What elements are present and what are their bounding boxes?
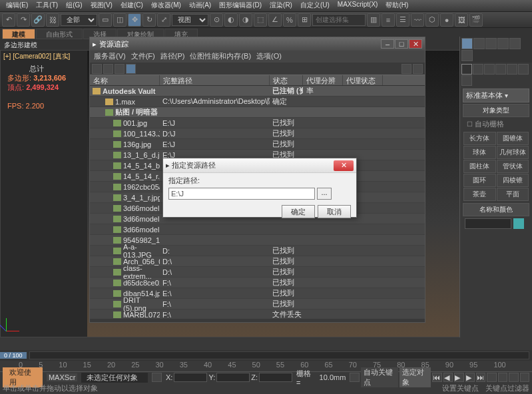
primitive-btn[interactable]: 平面 [497, 188, 529, 201]
toolbar-btn[interactable]: ◑ [239, 13, 252, 27]
toolbar-btn[interactable]: ⊙ [210, 13, 223, 27]
link-btn[interactable]: 🔗 [31, 13, 45, 27]
play-next-icon[interactable]: ▶ [465, 373, 475, 382]
tool-icon[interactable] [126, 64, 136, 74]
named-selection[interactable] [312, 14, 366, 26]
menu-item[interactable]: 视图(V) [87, 0, 116, 11]
helpers-tab[interactable] [507, 64, 517, 75]
menu-item[interactable]: 动画(A) [186, 0, 214, 11]
toolbar-btn[interactable]: ↷ [17, 13, 30, 27]
schematic-btn[interactable]: ⬡ [425, 13, 439, 27]
section-header[interactable]: 名称和颜色 [463, 203, 529, 216]
snap-btn[interactable]: ⬚ [254, 13, 267, 27]
ribbon-tab[interactable]: 自由形式 [36, 29, 83, 39]
table-row[interactable]: d65dc8ce01f...F:\已找到 [90, 278, 425, 288]
menu-item[interactable]: 修改器(M) [148, 0, 184, 11]
asset-menu-item[interactable]: 路径(P) [160, 51, 185, 62]
angle-snap-btn[interactable]: ∠ [268, 13, 282, 27]
ribbon-tab[interactable]: 建模 [2, 29, 35, 39]
table-row[interactable]: 001.jpgE:\J已找到 [90, 118, 425, 128]
primitive-btn[interactable]: 圆锥体 [497, 132, 529, 145]
utilities-tab[interactable] [461, 50, 473, 61]
primitive-btn[interactable]: 茶壶 [463, 188, 496, 201]
selected-dropdown[interactable]: 选定对象 [399, 367, 431, 387]
primitive-btn[interactable]: 几何球体 [497, 146, 529, 159]
ok-button[interactable]: 确定 [282, 205, 315, 218]
primitive-btn[interactable]: 球体 [463, 146, 496, 159]
window-titlebar[interactable]: ▸ 资源追踪 – □ ✕ [90, 37, 425, 51]
maxscript-label[interactable]: MAXScr [47, 373, 77, 381]
cancel-button[interactable]: 取消 [318, 205, 351, 218]
toolbar-btn[interactable]: ↶ [2, 13, 15, 27]
asset-menu-item[interactable]: 位图性能和内存(B) [190, 51, 251, 62]
menu-item[interactable]: MAXScript(X) [334, 0, 382, 11]
asset-menu-item[interactable]: 服务器(V) [94, 51, 126, 62]
play-prev-icon[interactable]: ◀ [443, 373, 453, 382]
table-row[interactable]: Autodesk Vault已注销 (资... [90, 86, 425, 97]
play-start-icon[interactable]: ⏮ [432, 373, 441, 382]
section-header[interactable]: 对象类型 [463, 104, 529, 117]
nav-icon[interactable] [498, 373, 507, 382]
dialog-titlebar[interactable]: ▸ 指定资源路径 ✕ [163, 158, 356, 173]
settings-icon[interactable] [413, 64, 423, 74]
menu-item[interactable]: 创建(C) [117, 0, 146, 11]
percent-snap-btn[interactable]: % [283, 13, 296, 27]
render-setup-btn[interactable]: 🖼 [455, 13, 468, 27]
dialog-close-btn[interactable]: ✕ [334, 160, 354, 171]
geometry-tab[interactable] [461, 64, 472, 75]
table-row[interactable]: 100_1143.JPGD:\J已找到 [90, 128, 425, 139]
primitive-btn[interactable]: 圆环 [463, 174, 496, 187]
menu-item[interactable]: 帮助(H) [382, 0, 411, 11]
lock-icon[interactable] [152, 373, 162, 382]
menu-item[interactable]: 渲染(R) [266, 0, 296, 11]
align-btn[interactable]: ≡ [382, 13, 395, 27]
setkey-btn[interactable]: 设置关键点 [442, 383, 479, 393]
x-input[interactable] [174, 373, 207, 382]
table-row[interactable]: 3d66model2 [90, 224, 425, 235]
hierarchy-tab[interactable] [485, 38, 497, 49]
motion-tab[interactable] [497, 38, 509, 49]
table-row[interactable]: 1.maxC:\Users\Administrator\Desktop\陈江丰\… [90, 97, 425, 107]
display-tab[interactable] [509, 38, 521, 49]
browse-btn[interactable]: ... [317, 188, 332, 200]
column-header[interactable]: 完整路径 [160, 75, 270, 85]
menu-item[interactable]: 工具(T) [33, 0, 61, 11]
asset-menu-item[interactable]: 选项(O) [256, 51, 282, 62]
y-input[interactable] [216, 373, 250, 382]
primitive-btn[interactable]: 长方体 [463, 132, 496, 145]
toolbar-btn[interactable]: ◐ [224, 13, 238, 27]
minimize-btn[interactable]: – [381, 39, 394, 49]
column-header[interactable]: 代理分辨率 [303, 75, 343, 85]
maximize-btn[interactable]: □ [395, 39, 408, 49]
create-tab[interactable] [461, 38, 473, 49]
cameras-tab[interactable] [495, 64, 506, 75]
category-dropdown[interactable]: 标准基本体 ▾ [463, 89, 529, 102]
mirror-btn[interactable]: ▥ [367, 13, 380, 27]
close-btn[interactable]: ✕ [409, 39, 422, 49]
toolbar-btn[interactable]: ⊞ [298, 13, 311, 27]
menu-item[interactable]: 图形编辑器(D) [216, 0, 265, 11]
play-icon[interactable]: ▶ [454, 373, 463, 382]
spacewarps-tab[interactable] [518, 64, 529, 75]
move-btn[interactable]: ✥ [128, 13, 141, 27]
autogrid-check[interactable]: ☐ 自动栅格 [463, 117, 529, 131]
frame-indicator[interactable]: 0 / 100 [0, 352, 27, 359]
name-input[interactable] [465, 218, 511, 229]
tool-icon[interactable] [115, 64, 125, 74]
z-input[interactable] [259, 373, 292, 382]
systems-tab[interactable] [461, 75, 472, 86]
tool-icon[interactable] [103, 64, 113, 74]
layer-btn[interactable]: ☰ [396, 13, 409, 27]
autokey-btn[interactable]: 自动关键点 [361, 367, 399, 387]
table-row[interactable]: 贴图 / 明暗器 [90, 107, 425, 118]
rotate-btn[interactable]: ↻ [142, 13, 156, 27]
color-swatch[interactable] [513, 218, 524, 229]
refcoord-dropdown[interactable]: 视图 [172, 14, 208, 26]
shapes-tab[interactable] [473, 64, 483, 75]
help-icon[interactable] [401, 64, 411, 74]
keyfilter-btn[interactable]: 关键点过滤器 [485, 383, 529, 393]
primitive-btn[interactable]: 四棱锥 [497, 174, 529, 187]
unlink-btn[interactable]: ⛓ [46, 13, 59, 27]
nav-icon[interactable] [509, 373, 518, 382]
material-btn[interactable]: ● [440, 13, 453, 27]
